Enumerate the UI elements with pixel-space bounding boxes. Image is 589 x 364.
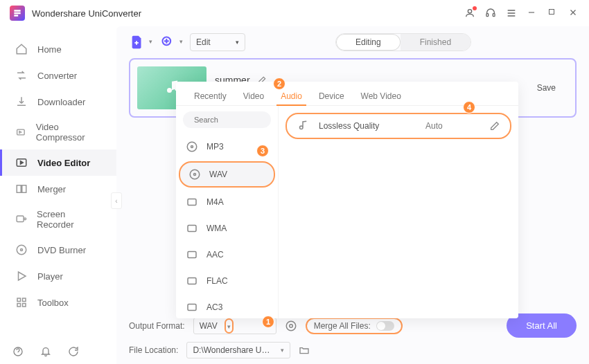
callout-badge-2: 2 <box>273 78 285 90</box>
format-popup: Recently Video Audio Device Web Video MP… <box>176 82 518 318</box>
chevron-down-icon[interactable]: ▾ <box>149 38 152 45</box>
svg-rect-6 <box>17 185 21 193</box>
chevron-down-icon[interactable]: ▾ <box>179 38 183 45</box>
fmt-label: MP3 <box>206 142 224 152</box>
svg-rect-31 <box>188 278 196 284</box>
search-input[interactable] <box>183 111 271 128</box>
sidebar-item-label: Toolbox <box>37 298 69 308</box>
svg-rect-28 <box>188 199 196 206</box>
sidebar-item-recorder[interactable]: Screen Recorder <box>0 202 116 237</box>
sidebar-item-home[interactable]: Home <box>0 36 116 62</box>
close-icon[interactable] <box>568 8 579 19</box>
tab-recently[interactable]: Recently <box>186 87 235 105</box>
svg-point-10 <box>17 245 26 255</box>
sidebar-item-dvd[interactable]: DVD Burner <box>0 237 116 263</box>
sidebar-item-label: Home <box>37 44 62 55</box>
sidebar-item-compressor[interactable]: Video Compressor <box>0 115 116 149</box>
callout-badge-4: 4 <box>463 101 475 113</box>
sidebar-item-merger[interactable]: Merger <box>0 176 116 202</box>
edit-dropdown[interactable]: Edit▾ <box>190 33 245 51</box>
fmt-label: AC3 <box>206 302 222 312</box>
svg-point-22 <box>289 324 292 327</box>
sidebar-item-toolbox[interactable]: Toolbox <box>0 289 116 316</box>
headset-icon[interactable] <box>485 8 496 19</box>
svg-rect-8 <box>17 216 24 222</box>
open-folder-icon[interactable] <box>299 345 310 356</box>
sidebar: Home Converter Downloader Video Compress… <box>0 26 116 364</box>
fmt-aac[interactable]: AAC <box>176 242 278 268</box>
tab-video[interactable]: Video <box>235 87 272 105</box>
svg-rect-3 <box>550 10 554 15</box>
add-file-button[interactable]: ▾ <box>129 34 146 51</box>
sidebar-item-label: Video Compressor <box>36 122 101 143</box>
svg-rect-2 <box>493 14 495 17</box>
maximize-icon[interactable] <box>547 8 559 19</box>
edit-quality-icon[interactable] <box>489 120 500 131</box>
hq-icon[interactable] <box>285 320 297 332</box>
fmt-flac[interactable]: FLAC <box>176 268 278 294</box>
view-segmented: Editing Finished <box>335 33 471 51</box>
sidebar-item-label: DVD Burner <box>37 245 86 255</box>
sidebar-item-label: Video Editor <box>37 158 90 168</box>
fmt-ac3[interactable]: AC3 <box>176 294 278 318</box>
output-format-label: Output Format: <box>129 321 185 331</box>
file-location-dropdown[interactable]: D:\Wondershare UniConverter▾ <box>186 342 290 358</box>
merge-toggle[interactable] <box>376 321 394 331</box>
svg-point-24 <box>187 142 197 152</box>
svg-marker-12 <box>19 272 26 280</box>
svg-rect-15 <box>17 304 21 307</box>
fmt-label: WAV <box>209 170 227 179</box>
fmt-label: WMA <box>206 224 227 233</box>
fmt-wav[interactable]: WAV <box>179 161 275 188</box>
callout-badge-3: 3 <box>256 145 269 157</box>
edit-label: Edit <box>196 37 211 47</box>
sidebar-item-label: Screen Recorder <box>37 209 101 230</box>
chevron-down-icon: ▾ <box>227 323 231 330</box>
help-icon[interactable] <box>12 346 24 357</box>
svg-rect-29 <box>188 226 196 232</box>
svg-rect-14 <box>23 298 26 302</box>
sidebar-item-editor[interactable]: Video Editor <box>0 149 116 176</box>
sidebar-item-label: Player <box>37 271 63 282</box>
app-title: Wondershare UniConverter <box>32 8 141 19</box>
sidebar-item-player[interactable]: Player <box>0 263 116 289</box>
fmt-m4a[interactable]: M4A <box>176 189 278 215</box>
feedback-icon[interactable] <box>68 346 79 357</box>
fmt-wma[interactable]: WMA <box>176 215 278 242</box>
quality-lossless[interactable]: Lossless Quality Auto <box>285 113 511 139</box>
app-logo <box>10 6 25 21</box>
menu-icon[interactable] <box>506 8 517 19</box>
tab-editing[interactable]: Editing <box>336 34 401 51</box>
svg-rect-30 <box>188 252 196 258</box>
svg-point-26 <box>190 170 200 179</box>
svg-point-11 <box>21 249 23 251</box>
file-location-value: D:\Wondershare UniConverter <box>193 345 274 355</box>
fmt-label: AAC <box>206 250 224 260</box>
tab-device[interactable]: Device <box>310 87 353 105</box>
search-field[interactable] <box>194 116 290 124</box>
bell-icon[interactable] <box>40 346 51 357</box>
tab-finished[interactable]: Finished <box>401 34 471 51</box>
quality-auto: Auto <box>425 121 480 131</box>
account-icon[interactable] <box>464 8 475 19</box>
quality-label: Lossless Quality <box>319 121 416 131</box>
sidebar-item-converter[interactable]: Converter <box>0 62 116 89</box>
chevron-down-icon: ▾ <box>236 39 239 46</box>
sidebar-item-downloader[interactable]: Downloader <box>0 89 116 115</box>
svg-rect-7 <box>22 185 26 193</box>
svg-point-0 <box>468 10 471 13</box>
minimize-icon[interactable] <box>527 8 538 19</box>
tab-webvideo[interactable]: Web Video <box>353 87 410 105</box>
save-button[interactable]: Save <box>525 79 568 97</box>
svg-point-21 <box>286 321 296 331</box>
output-format-value: WAV <box>200 321 218 331</box>
music-icon <box>297 120 309 132</box>
sidebar-collapse-icon[interactable]: ‹ <box>111 192 122 209</box>
svg-rect-1 <box>486 14 489 17</box>
svg-rect-16 <box>23 304 26 307</box>
svg-point-25 <box>191 146 193 148</box>
fmt-label: FLAC <box>206 276 228 286</box>
svg-rect-13 <box>17 298 21 302</box>
file-location-label: File Location: <box>129 345 178 355</box>
add-url-button[interactable]: ▾ <box>159 34 176 51</box>
